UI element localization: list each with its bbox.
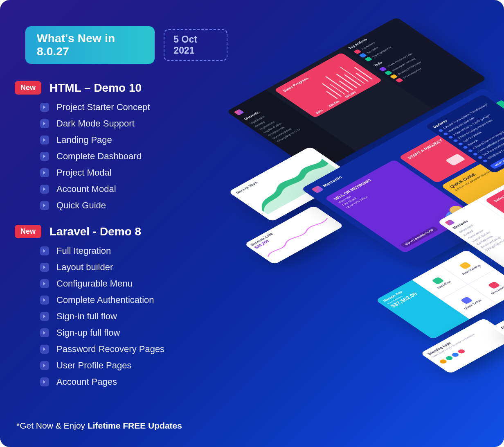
changelog-item: Layout builder [40,262,227,273]
section-title: Laravel - Demo 8 [50,225,141,238]
changelog-item-label: Quick Guide [56,200,106,211]
changelog-item: Dark Mode Support [40,118,227,129]
footer-note: *Get Now & Enjoy Lifetime FREE Updates [16,421,182,431]
changelog-item: Sign-in full flow [40,311,227,322]
changelog-item: User Profile Pages [40,360,227,371]
changelog-item-label: User Profile Pages [56,360,131,371]
changelog-item-label: Password Recovery Pages [56,344,164,354]
new-tag: New [15,225,41,238]
section-title: HTML – Demo 10 [50,81,142,95]
changelog-item: Account Pages [40,377,227,387]
changelog-item-label: Sign-in full flow [56,311,117,322]
bullet-icon [477,156,483,159]
changelog-item-label: Configurable Menu [56,278,133,289]
changelog-item-label: Sign-up full flow [56,327,120,338]
changelog-item: Project Starter Concept [40,102,227,113]
changelog-item-label: Project Modal [56,167,112,178]
changelog-item-label: Complete Dashboard [56,151,142,162]
changelog-item-label: Full Itegration [56,246,111,256]
bullet-icon [468,149,473,153]
chevron-right-icon [40,103,49,112]
changelog-item: Password Recovery Pages [40,344,227,354]
chevron-right-icon [40,185,49,194]
bullet-icon [438,129,443,133]
changelog-item-label: Layout builder [56,262,113,273]
chevron-right-icon [40,312,49,321]
chevron-right-icon [40,152,49,161]
changelog-item-label: Landing Page [56,135,112,145]
chevron-right-icon [40,201,49,210]
bullet-icon [458,142,464,146]
bullet-icon [463,146,468,149]
chevron-right-icon [40,279,49,288]
changelog-item-label: Dark Mode Support [56,118,135,129]
chevron-right-icon [40,246,49,255]
changelog-item: Configurable Menu [40,278,227,289]
changelog-item-label: Complete Authentication [56,295,154,305]
chevron-right-icon [40,119,49,128]
chevron-right-icon [40,168,49,177]
chevron-right-icon [40,296,49,305]
bullet-icon [453,139,459,142]
bullet-icon [482,159,488,163]
svg-rect-2 [445,154,466,166]
mockup-crm-card: Generate CRM $24,200 [244,205,344,265]
chevron-right-icon [40,345,49,354]
changelog-item-label: Project Starter Concept [56,102,150,113]
release-date-badge: 5 Oct 2021 [164,29,227,61]
bullet-icon [443,132,449,136]
chevron-right-icon [40,263,49,272]
whats-new-badge: What's New in 8.0.27 [25,26,155,64]
chevron-right-icon [40,328,49,337]
bullet-icon [448,135,454,139]
chevron-right-icon [40,361,49,370]
metronic-logo-icon [234,109,244,115]
bullet-icon [473,152,478,156]
metronic-logo-icon [311,185,324,193]
chevron-right-icon [40,135,49,144]
chevron-right-icon [40,377,49,386]
changelog-item: Sign-up full flow [40,327,227,338]
changelog-item: Complete Authentication [40,295,227,305]
new-tag: New [15,81,41,95]
changelog-item-label: Account Pages [56,377,117,387]
